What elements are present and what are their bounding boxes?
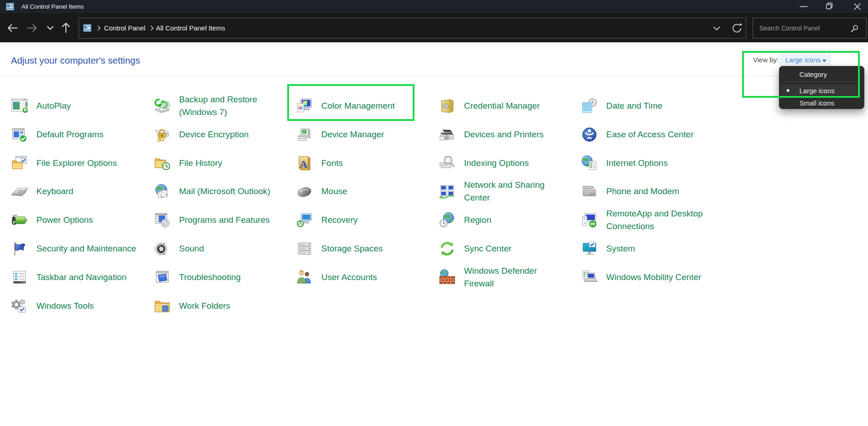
svg-text:A: A bbox=[299, 158, 308, 170]
